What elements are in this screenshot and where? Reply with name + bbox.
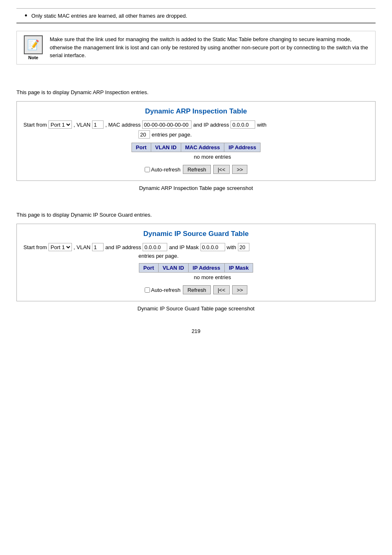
ipsg-ip-input[interactable]: [143, 243, 167, 251]
arp-caption: Dynamic ARP Inspection Table page screen…: [16, 185, 376, 191]
arp-col-ip: IP Address: [224, 143, 261, 152]
arp-port-select[interactable]: Port 1 Port 2: [48, 120, 72, 129]
arp-vlan-input[interactable]: [92, 120, 104, 129]
arp-controls-row: Auto-refresh Refresh |<< >>: [23, 165, 369, 174]
arp-data-table: Port VLAN ID MAC Address IP Address: [131, 143, 261, 152]
ipsg-table-title: Dynamic IP Source Guard Table: [23, 230, 369, 238]
arp-col-port: Port: [131, 143, 151, 152]
bullet-section: • Only static MAC entries are learned, a…: [16, 8, 376, 23]
ipsg-next-button[interactable]: >>: [232, 285, 247, 294]
arp-with-label: with: [257, 122, 266, 128]
ipsg-with-label: with: [227, 244, 236, 250]
arp-table-title: Dynamic ARP Inspection Table: [23, 107, 369, 116]
ipsg-table-box: Dynamic IP Source Guard Table Start from…: [16, 224, 376, 301]
ipsg-table-wrapper: Port VLAN ID IP Address IP Mask no more …: [23, 263, 369, 282]
bullet-text: Only static MAC entries are learned, all…: [31, 13, 187, 19]
ipsg-entries-input[interactable]: [238, 243, 249, 251]
ipsg-auto-refresh-checkbox[interactable]: [145, 287, 150, 293]
ipsg-no-entries: no more entries: [161, 274, 231, 280]
ipsg-col-port: Port: [139, 264, 158, 273]
arp-col-mac: MAC Address: [181, 143, 224, 152]
arp-entries-input[interactable]: [138, 130, 150, 139]
arp-first-button[interactable]: |<<: [213, 165, 230, 174]
arp-mac-input[interactable]: [142, 120, 191, 129]
arp-col-vlanid: VLAN ID: [151, 143, 181, 152]
note-icon-wrapper: 📝 Note: [23, 35, 44, 60]
ipsg-ip-label: and IP address: [105, 244, 141, 250]
ipsg-start-from-label: Start from: [23, 244, 47, 250]
note-icon: 📝: [24, 35, 43, 54]
arp-next-button[interactable]: >>: [232, 165, 247, 174]
ipsg-data-table: Port VLAN ID IP Address IP Mask: [139, 263, 253, 273]
ipsg-col-ip: IP Address: [188, 264, 224, 273]
ipsg-port-select[interactable]: Port 1 Port 2: [48, 243, 72, 251]
arp-filter-row2: entries per page.: [138, 130, 369, 139]
arp-auto-refresh-label[interactable]: Auto-refresh: [145, 166, 181, 173]
ipsg-entries-per-page-label: entries per page.: [138, 253, 179, 259]
arp-table-box: Dynamic ARP Inspection Table Start from …: [16, 101, 376, 181]
ipsg-vlan-label: , VLAN: [74, 244, 90, 250]
ipsg-mask-label: and IP Mask: [169, 244, 198, 250]
arp-no-entries: no more entries: [161, 154, 231, 160]
ipsg-vlan-input[interactable]: [92, 243, 104, 251]
note-label: Note: [28, 55, 38, 60]
ipsg-controls-row: Auto-refresh Refresh |<< >>: [23, 285, 369, 294]
ipsg-col-mask: IP Mask: [225, 264, 253, 273]
arp-mac-label: , MAC address: [105, 122, 141, 128]
arp-intro: This page is to display Dynamic ARP Insp…: [16, 89, 376, 95]
arp-filter-row1: Start from Port 1 Port 2 , VLAN , MAC ad…: [23, 120, 369, 129]
note-text: Make sure that the link used for managin…: [50, 35, 369, 60]
ipsg-filter-row1: Start from Port 1 Port 2 , VLAN and IP a…: [23, 243, 369, 251]
ipsg-intro: This page is to display Dynamic IP Sourc…: [16, 212, 376, 218]
bullet-icon: •: [25, 12, 27, 19]
note-box: 📝 Note Make sure that the link used for …: [16, 31, 376, 65]
ipsg-col-vlanid: VLAN ID: [158, 264, 188, 273]
ipsg-auto-refresh-label[interactable]: Auto-refresh: [145, 287, 181, 293]
arp-table-wrapper: Port VLAN ID MAC Address IP Address no m…: [23, 143, 369, 162]
ipsg-refresh-button[interactable]: Refresh: [183, 285, 211, 294]
ipsg-filter-row2: entries per page.: [138, 253, 369, 259]
arp-start-from-label: Start from: [23, 122, 47, 128]
arp-ip-input[interactable]: [231, 120, 255, 129]
arp-vlan-label: , VLAN: [74, 122, 90, 128]
arp-entries-per-page-label: entries per page.: [152, 132, 192, 138]
arp-ip-label: and IP address: [193, 122, 229, 128]
ipsg-caption: Dynamic IP Source Guard Table page scree…: [16, 305, 376, 312]
ipsg-first-button[interactable]: |<<: [213, 285, 230, 294]
page-number: 219: [16, 328, 376, 334]
arp-auto-refresh-checkbox[interactable]: [145, 167, 150, 172]
ipsg-mask-input[interactable]: [201, 243, 225, 251]
arp-refresh-button[interactable]: Refresh: [183, 165, 211, 174]
